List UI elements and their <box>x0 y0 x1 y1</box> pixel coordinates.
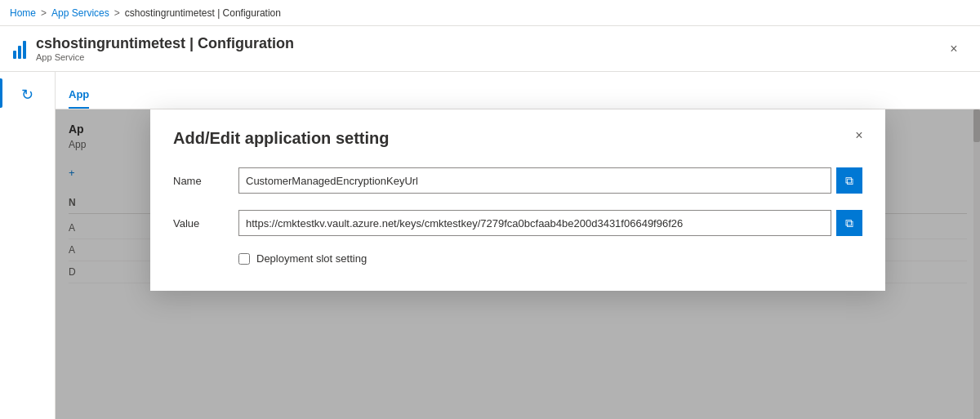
breadcrumb-sep-1: > <box>41 7 47 19</box>
dialog-close-button[interactable]: × <box>846 123 872 149</box>
refresh-button[interactable]: ↻ <box>11 78 44 111</box>
deployment-slot-row: Deployment slot setting <box>238 252 862 265</box>
main-header: cshostingruntimetest | Configuration App… <box>0 26 980 72</box>
value-label: Value <box>173 217 238 230</box>
breadcrumb-sep-2: > <box>114 7 120 19</box>
deployment-slot-checkbox[interactable] <box>238 253 250 265</box>
copy-icon: ⧉ <box>845 174 853 188</box>
name-input-wrap: ⧉ <box>238 167 862 194</box>
value-input-wrap: ⧉ <box>238 210 862 236</box>
value-copy-button[interactable]: ⧉ <box>836 210 862 236</box>
name-form-row: Name ⧉ <box>173 167 862 194</box>
azure-bars-icon <box>13 39 26 59</box>
deployment-slot-label: Deployment slot setting <box>256 252 367 265</box>
breadcrumb-home[interactable]: Home <box>10 7 36 19</box>
breadcrumb-current: cshostingruntimetest | Configuration <box>125 7 281 19</box>
azure-bar-2 <box>18 46 21 59</box>
breadcrumb-bar: Home > App Services > cshostingruntimete… <box>0 0 980 26</box>
header-title-block: cshostingruntimetest | Configuration App… <box>36 35 941 62</box>
value-form-row: Value ⧉ <box>173 210 862 236</box>
value-input[interactable] <box>238 210 831 236</box>
name-copy-button[interactable]: ⧉ <box>836 167 862 194</box>
main-layout: ↻ App Ap App + N A A D Add/Edit applicat… <box>0 72 980 419</box>
sidebar-accent <box>0 78 2 108</box>
sidebar: ↻ <box>0 72 56 419</box>
azure-bar-3 <box>23 41 26 59</box>
azure-icon <box>13 39 26 59</box>
main-close-button[interactable]: × <box>941 36 967 62</box>
modal-overlay: Add/Edit application setting × Name ⧉ <box>56 109 980 419</box>
name-label: Name <box>173 175 238 187</box>
copy-icon-2: ⧉ <box>845 216 853 230</box>
azure-bar-1 <box>13 51 16 59</box>
content-nav: App <box>56 72 980 109</box>
tab-app[interactable]: App <box>69 82 89 109</box>
breadcrumb-app-services[interactable]: App Services <box>51 7 109 19</box>
name-input[interactable] <box>238 167 831 194</box>
dialog-title: Add/Edit application setting <box>173 129 862 148</box>
page-subtitle: App Service <box>36 52 941 62</box>
dialog: Add/Edit application setting × Name ⧉ <box>150 109 885 291</box>
page-title: cshostingruntimetest | Configuration <box>36 35 941 52</box>
content-area: App Ap App + N A A D Add/Edit applicatio… <box>56 72 980 419</box>
content-body: Ap App + N A A D Add/Edit application se… <box>56 109 980 419</box>
